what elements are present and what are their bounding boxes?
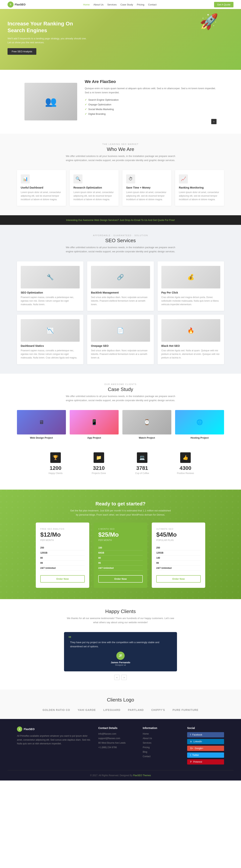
testimonial-prev-button[interactable]: ‹	[114, 675, 120, 680]
stat-3: 👍 4300 Positive Reviews	[166, 452, 205, 474]
client-logo-4: CHIPPY'S	[151, 708, 165, 711]
plan-features-0: 250 125GB 80 99 24/7 Unlimited	[40, 545, 85, 571]
case-card-3: 🌐 Hosting Project	[175, 410, 224, 439]
services-section: AFFORDABLE · GUARANTEED · SOLUTION SEO S…	[0, 225, 241, 373]
service-card-title-4: Onepage SEO	[91, 344, 150, 347]
case-image-1: 📱	[70, 410, 119, 434]
stat-label-3: Positive Reviews	[166, 472, 205, 474]
service-card-title-0: SEO Optimization	[21, 291, 80, 294]
hero-headline: Increase Your Ranking On Search Engines	[7, 20, 87, 34]
social-googleplus-button[interactable]: G+ Google+	[187, 746, 224, 751]
googleplus-icon: G+	[190, 747, 193, 750]
logo-text: FlaxSEO	[15, 3, 26, 6]
plan-feature: 250	[40, 545, 85, 550]
stat-number-0: 1200	[36, 465, 75, 471]
happy-clients-section: Happy Clients We thanks for all our awes…	[0, 599, 241, 689]
case-card-2: ⌚ Watch Project	[122, 410, 171, 439]
hero-cta-button[interactable]: Free SEO Analysis	[7, 48, 36, 55]
service-card-image-1: 🔗	[91, 266, 150, 288]
footer-information-title: Information	[143, 726, 180, 730]
pricing-description: Get the flat plan treatment. Just $39 pe…	[69, 508, 172, 517]
service-card-5: 🔥 Black Hot SEO Cras ultricies ligula se…	[158, 315, 224, 364]
who-card-desc-3: Lorem ipsum dolor sit amet, consectetur …	[179, 191, 220, 202]
about-title: We Are FlaxSeo	[85, 79, 216, 84]
footer-info-link-4[interactable]: Blog	[143, 751, 147, 753]
plan-feature: 80	[98, 555, 143, 561]
social-twitter-button[interactable]: t Twitter	[187, 752, 224, 758]
service-card-title-2: Pay Per Click	[161, 291, 220, 294]
plan-order-button-2[interactable]: Order Now	[156, 575, 201, 583]
about-list-item: Social Media Marketing	[85, 107, 216, 112]
plan-feature: 24/7 Unlimited	[98, 566, 143, 571]
nav-services[interactable]: Services	[107, 3, 117, 6]
about-list: Search Engine Optimization Onpage Optimi…	[85, 97, 216, 116]
testimonial-next-button[interactable]: ›	[121, 675, 127, 680]
stat-label-2: Cup of Coffee	[122, 472, 162, 474]
stat-0: 🏆 1200 Happy Clients	[36, 452, 75, 474]
author-name: James Fernando	[111, 661, 130, 664]
testimonial-author: JF James Fernando Designer at	[70, 652, 171, 666]
plan-feature: 60GB	[98, 550, 143, 555]
plan-type-2: Ultimate SEO	[156, 528, 201, 530]
services-label: AFFORDABLE · GUARANTEED · SOLUTION	[7, 234, 234, 237]
client-logo-1: YAHI GARDE	[78, 708, 96, 711]
about-list-item: Search Engine Optimization	[85, 97, 216, 102]
nav-links: Home About Us Services Case Study Pricin…	[83, 3, 156, 6]
nav-home[interactable]: Home	[83, 3, 90, 6]
footer-contact-item-2[interactable]: 80 West Bourne Ave Leeds	[98, 742, 126, 744]
footer-contact: Contact Details info@flaxseo.com support…	[98, 726, 135, 765]
stat-icon-1: 📁	[94, 452, 104, 463]
services-title: SEO Services	[7, 238, 234, 244]
footer-contact-item-0[interactable]: info@flaxseo.com	[98, 733, 116, 735]
who-card-1: 🔍 Research Optimization Lorem ipsum dolo…	[70, 170, 119, 206]
copyright-text: © 2017. All Rights Reserved. Designed By	[90, 774, 132, 777]
navbar: S FlaxSEO Home About Us Services Case St…	[0, 0, 241, 9]
services-grid: 🔧 SEO Optimization Praesent sapien massa…	[17, 261, 224, 364]
footer-info-link-2[interactable]: Services	[143, 742, 151, 744]
who-card-title-2: Save Time + Money	[126, 186, 168, 189]
service-card-desc-5: Cras ultricies ligula sed. Nulla at quam…	[161, 349, 220, 360]
footer-designer-link[interactable]: FlaxSEO Themes	[133, 774, 151, 777]
about-arrow-button[interactable]: ›	[211, 119, 216, 124]
author-role: Designer at	[115, 664, 126, 666]
footer-social-links: f Facebook in LinkedIn G+ Google+ t Twit…	[187, 732, 224, 765]
footer-info-link-3[interactable]: Pricing	[143, 746, 150, 749]
plan-type-0: Free SEO Analysis	[40, 528, 85, 530]
nav-cta-button[interactable]: Get A Quote	[214, 2, 234, 7]
social-linkedin-button[interactable]: in LinkedIn	[187, 739, 224, 744]
footer-logo-text: FlaxSEO	[24, 727, 35, 731]
footer-contact-item-1[interactable]: support@flaxseo.com	[98, 737, 120, 740]
client-logo-0: GOLDEN RATIO CO	[42, 708, 70, 711]
footer-contact-item-3[interactable]: +1 (888) 234 8786	[98, 746, 117, 749]
nav-logo[interactable]: S FlaxSEO	[7, 1, 26, 7]
linkedin-icon: in	[190, 740, 192, 743]
footer-contact-title: Contact Details	[98, 726, 135, 730]
who-cards-grid: 📊 Useful Dashboard Lorem ipsum dolor sit…	[17, 170, 224, 206]
service-card-3: 📉 Dashboard Statics Praesent sapien mass…	[17, 315, 83, 364]
social-pinterest-button[interactable]: P Pinterest	[187, 759, 224, 765]
plan-price-0: $12/Mo	[40, 531, 85, 538]
case-title: Case Study	[7, 386, 234, 392]
pricing-header: Ready to get started? Get the flat plan …	[7, 501, 234, 517]
nav-about[interactable]: About Us	[93, 3, 103, 6]
pinterest-icon: P	[190, 761, 192, 763]
footer-info-link-1[interactable]: About Us	[143, 737, 152, 740]
plan-order-button-0[interactable]: Order Now	[40, 575, 85, 583]
plan-feature: 24/7 Unlimited	[40, 566, 85, 571]
about-section: 👥 We Are FlaxSeo Quisque enim mi turpis …	[0, 70, 241, 133]
service-card-1: 🔗 Backlink Management Sed ursus ante dap…	[87, 261, 154, 311]
nav-pricing[interactable]: Pricing	[137, 3, 144, 6]
clients-description: We thanks for all our awesome testimonia…	[64, 616, 177, 624]
nav-contact[interactable]: Contact	[148, 3, 156, 6]
plan-order-button-1[interactable]: Order Now	[98, 575, 143, 583]
hero-description: We'll add 5 keywords to a landing page s…	[7, 37, 87, 44]
service-card-title-5: Black Hot SEO	[161, 344, 220, 347]
logo-icon: S	[7, 1, 13, 7]
service-card-image-4: 📄	[91, 319, 150, 342]
nav-case-study[interactable]: Case Study	[121, 3, 133, 6]
social-facebook-button[interactable]: f Facebook	[187, 732, 224, 737]
footer-info-link-5[interactable]: Contact	[143, 755, 150, 758]
who-card-title-3: Ranking Monitoring	[179, 186, 220, 189]
footer-info-link-0[interactable]: Home	[143, 733, 149, 735]
who-card-title-0: Useful Dashboard	[21, 186, 62, 189]
